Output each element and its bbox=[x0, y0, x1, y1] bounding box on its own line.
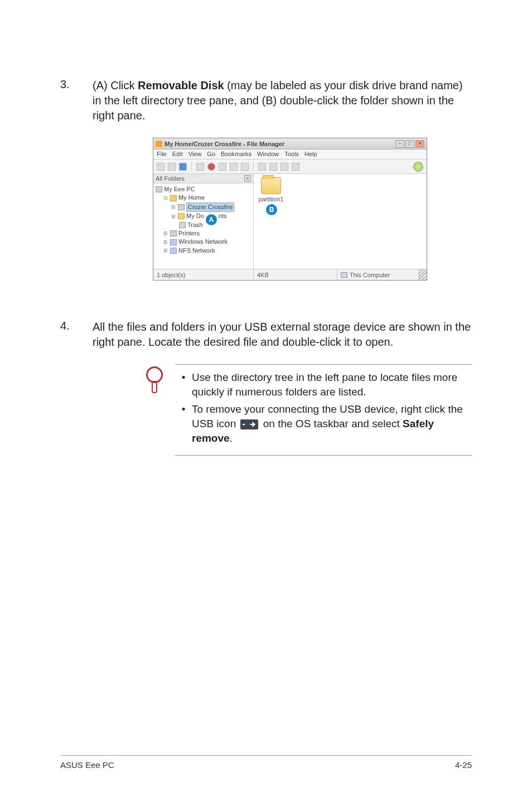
folder-icon bbox=[261, 177, 281, 194]
step3-prefix: (A) Click bbox=[93, 79, 138, 91]
directory-tree-pane: All Folders × My Eee PC ⊟My Home ⊞Cruzer… bbox=[153, 174, 254, 269]
step3-text: (A) Click Removable Disk (may be labeled… bbox=[93, 78, 472, 123]
step3-bold: Removable Disk bbox=[138, 79, 224, 91]
network-icon bbox=[170, 239, 177, 245]
note-2-end: . bbox=[230, 432, 233, 444]
tree-label: My Home bbox=[178, 194, 205, 202]
folder-item[interactable]: partition1 bbox=[257, 177, 285, 202]
expander-icon[interactable]: ⊞ bbox=[171, 213, 176, 220]
tree-label: Windows Network bbox=[178, 238, 228, 246]
tree-nfs-network[interactable]: ⊞NFS Network bbox=[156, 247, 251, 255]
tool-icon[interactable] bbox=[241, 163, 249, 171]
window-titlebar: My Home/Cruzer Crossfire - File Manager … bbox=[153, 138, 427, 149]
expander-icon[interactable]: ⊟ bbox=[163, 195, 168, 202]
menubar: File Edit View Go Bookmarks Window Tools… bbox=[153, 149, 427, 160]
tree-root[interactable]: My Eee PC bbox=[156, 185, 251, 194]
tree-windows-network[interactable]: ⊞Windows Network bbox=[156, 238, 251, 246]
folder-icon bbox=[178, 213, 185, 219]
menu-tools[interactable]: Tools bbox=[284, 151, 299, 159]
tree-label: My Do bbox=[186, 212, 204, 220]
network-icon bbox=[170, 248, 177, 254]
back-icon[interactable] bbox=[157, 163, 165, 171]
tree-documents[interactable]: ⊞My DoAnts bbox=[156, 212, 251, 220]
step-number: 4. bbox=[60, 320, 93, 350]
statusbar: 1 object(s) 4KB This Computer bbox=[153, 269, 427, 280]
tree-header-label: All Folders bbox=[156, 175, 185, 182]
tree-label: My Eee PC bbox=[164, 185, 195, 194]
window-title: My Home/Cruzer Crossfire - File Manager bbox=[165, 141, 395, 147]
status-location: This Computer bbox=[337, 269, 419, 280]
home-icon bbox=[170, 195, 177, 201]
tree-close-button[interactable]: × bbox=[244, 175, 251, 182]
tree-label: NFS Network bbox=[178, 247, 215, 255]
menu-bookmarks[interactable]: Bookmarks bbox=[221, 151, 252, 159]
view-icon-4[interactable] bbox=[292, 163, 299, 171]
bullet-icon: • bbox=[175, 402, 192, 445]
tree-label: Printers bbox=[178, 229, 200, 238]
printers-icon bbox=[170, 230, 177, 236]
menu-go[interactable]: Go bbox=[207, 151, 215, 159]
file-pane[interactable]: partition1 B bbox=[254, 174, 427, 269]
computer-icon bbox=[156, 186, 162, 192]
view-icon-2[interactable] bbox=[269, 163, 277, 171]
note-1-text: Use the directory tree in the left pane … bbox=[192, 370, 472, 399]
notes: • Use the directory tree in the left pan… bbox=[175, 364, 472, 456]
stop-icon[interactable] bbox=[207, 163, 215, 171]
paste-icon[interactable] bbox=[230, 163, 238, 171]
computer-icon bbox=[341, 272, 347, 278]
expander-icon[interactable]: ⊞ bbox=[163, 247, 168, 254]
toolbar-separator bbox=[191, 162, 192, 171]
status-size: 4KB bbox=[254, 269, 337, 280]
tree-removable-disk[interactable]: ⊞Cruzer Crossfire bbox=[156, 202, 251, 212]
marker-b: B bbox=[266, 204, 277, 215]
copy-icon[interactable] bbox=[219, 163, 226, 171]
note-2-text: To remove your connecting the USB device… bbox=[192, 402, 472, 445]
file-manager-screenshot: My Home/Cruzer Crossfire - File Manager … bbox=[153, 138, 472, 281]
minimize-button[interactable]: – bbox=[395, 140, 404, 148]
usb-icon bbox=[240, 419, 258, 429]
tree-label: Trash bbox=[187, 221, 203, 229]
menu-edit[interactable]: Edit bbox=[172, 151, 183, 159]
expander-icon[interactable]: ⊞ bbox=[171, 204, 176, 211]
maximize-button[interactable]: □ bbox=[405, 140, 414, 148]
magnifier-icon bbox=[144, 366, 165, 393]
globe-icon[interactable] bbox=[413, 162, 423, 172]
window-icon bbox=[156, 141, 162, 147]
drive-icon bbox=[178, 204, 185, 210]
status-location-label: This Computer bbox=[350, 272, 390, 278]
folder-label: partition1 bbox=[257, 196, 285, 202]
view-icon-1[interactable] bbox=[258, 163, 266, 171]
forward-icon[interactable] bbox=[168, 163, 176, 171]
marker-a: A bbox=[206, 214, 217, 225]
toolbar bbox=[153, 160, 427, 174]
expander-icon[interactable]: ⊞ bbox=[163, 230, 168, 237]
tree-label-selected: Cruzer Crossfire bbox=[186, 202, 234, 212]
menu-window[interactable]: Window bbox=[257, 151, 279, 159]
status-objects: 1 object(s) bbox=[153, 269, 254, 280]
note-2-mid: on the OS taskbar and select bbox=[260, 418, 403, 429]
footer-left: ASUS Eee PC bbox=[60, 760, 114, 770]
footer-right: 4-25 bbox=[455, 760, 472, 770]
resize-grip[interactable] bbox=[419, 269, 427, 280]
view-icon-3[interactable] bbox=[280, 163, 288, 171]
toolbar-separator bbox=[253, 162, 254, 171]
close-button[interactable]: × bbox=[415, 140, 424, 148]
tree-trash[interactable]: Trash bbox=[156, 221, 251, 229]
menu-file[interactable]: File bbox=[157, 151, 167, 159]
up-icon[interactable] bbox=[179, 163, 187, 171]
bullet-icon: • bbox=[175, 370, 192, 399]
menu-help[interactable]: Help bbox=[304, 151, 317, 159]
tree-printers[interactable]: ⊞Printers bbox=[156, 229, 251, 238]
step4-text: All the files and folders in your USB ex… bbox=[93, 320, 472, 350]
menu-view[interactable]: View bbox=[188, 151, 202, 159]
step-number: 3. bbox=[60, 78, 93, 123]
cut-icon[interactable] bbox=[196, 163, 204, 171]
trash-icon bbox=[179, 222, 186, 228]
tree-home[interactable]: ⊟My Home bbox=[156, 194, 251, 202]
tree-label: nts bbox=[219, 212, 227, 220]
expander-icon[interactable]: ⊞ bbox=[163, 239, 168, 246]
